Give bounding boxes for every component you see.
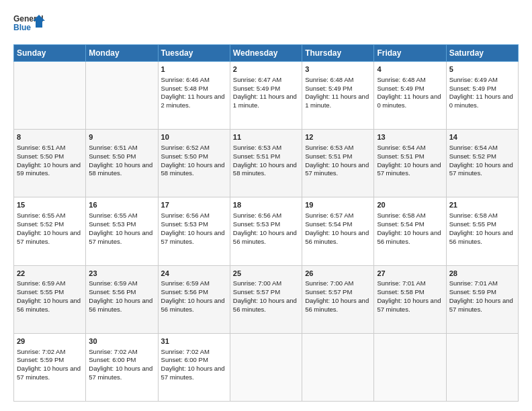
- day-number: 15: [17, 200, 83, 210]
- day-number: 22: [17, 269, 83, 279]
- sunset-text: Sunset: 5:50 PM: [161, 152, 208, 160]
- sunrise-text: Sunrise: 7:02 AM: [89, 348, 137, 355]
- day-number: 13: [377, 132, 443, 142]
- logo: General Blue: [13, 12, 47, 38]
- daylight-text: Daylight: 10 hours and 57 minutes.: [305, 161, 369, 177]
- day-number: 3: [305, 64, 371, 75]
- sunset-text: Sunset: 5:59 PM: [449, 288, 496, 295]
- day-header-tuesday: Tuesday: [158, 45, 230, 62]
- week-row-3: 15Sunrise: 6:55 AMSunset: 5:52 PMDayligh…: [14, 197, 519, 265]
- day-number: 18: [233, 200, 299, 210]
- calendar-cell: 27Sunrise: 7:01 AMSunset: 5:58 PMDayligh…: [374, 265, 446, 333]
- calendar-cell: 11Sunrise: 6:53 AMSunset: 5:51 PMDayligh…: [230, 130, 302, 197]
- day-number: 10: [161, 132, 227, 142]
- calendar-cell: 23Sunrise: 6:59 AMSunset: 5:56 PMDayligh…: [86, 265, 158, 333]
- calendar-cell: 12Sunrise: 6:53 AMSunset: 5:51 PMDayligh…: [302, 130, 374, 197]
- calendar-cell: [302, 333, 374, 401]
- sunset-text: Sunset: 5:57 PM: [233, 288, 280, 295]
- calendar-table: SundayMondayTuesdayWednesdayThursdayFrid…: [13, 44, 519, 402]
- day-number: 24: [161, 269, 227, 279]
- daylight-text: Daylight: 10 hours and 58 minutes.: [233, 161, 297, 177]
- sunset-text: Sunset: 5:48 PM: [161, 85, 208, 92]
- logo-svg: General Blue: [13, 12, 47, 38]
- calendar-cell: [230, 333, 302, 401]
- sunrise-text: Sunrise: 7:01 AM: [449, 279, 498, 287]
- day-number: 16: [89, 200, 154, 210]
- calendar-cell: 17Sunrise: 6:56 AMSunset: 5:53 PMDayligh…: [158, 197, 230, 265]
- calendar-cell: 4Sunrise: 6:48 AMSunset: 5:49 PMDaylight…: [374, 62, 446, 130]
- sunset-text: Sunset: 5:51 PM: [305, 152, 352, 160]
- sunset-text: Sunset: 6:00 PM: [161, 356, 208, 363]
- day-number: 31: [161, 336, 227, 347]
- sunrise-text: Sunrise: 6:48 AM: [377, 76, 425, 83]
- sunrise-text: Sunrise: 6:51 AM: [17, 144, 65, 151]
- calendar-cell: 5Sunrise: 6:49 AMSunset: 5:49 PMDaylight…: [446, 62, 518, 130]
- daylight-text: Daylight: 10 hours and 56 minutes.: [449, 229, 513, 245]
- sunset-text: Sunset: 5:49 PM: [449, 85, 496, 92]
- sunrise-text: Sunrise: 6:57 AM: [305, 212, 353, 219]
- daylight-text: Daylight: 10 hours and 57 minutes.: [449, 297, 513, 313]
- sunset-text: Sunset: 5:56 PM: [89, 288, 136, 295]
- sunrise-text: Sunrise: 7:02 AM: [17, 348, 65, 355]
- sunrise-text: Sunrise: 6:58 AM: [449, 212, 498, 219]
- sunset-text: Sunset: 5:58 PM: [377, 288, 424, 295]
- sunset-text: Sunset: 5:54 PM: [305, 220, 352, 228]
- sunrise-text: Sunrise: 6:56 AM: [233, 212, 281, 219]
- calendar-cell: 10Sunrise: 6:52 AMSunset: 5:50 PMDayligh…: [158, 130, 230, 197]
- calendar-cell: 25Sunrise: 7:00 AMSunset: 5:57 PMDayligh…: [230, 265, 302, 333]
- calendar-cell: 18Sunrise: 6:56 AMSunset: 5:53 PMDayligh…: [230, 197, 302, 265]
- sunrise-text: Sunrise: 6:48 AM: [305, 76, 353, 83]
- daylight-text: Daylight: 10 hours and 57 minutes.: [17, 365, 81, 381]
- sunrise-text: Sunrise: 6:59 AM: [161, 279, 210, 287]
- day-number: 4: [377, 64, 443, 75]
- sunset-text: Sunset: 5:59 PM: [17, 356, 64, 363]
- week-row-4: 22Sunrise: 6:59 AMSunset: 5:55 PMDayligh…: [14, 265, 519, 333]
- day-header-saturday: Saturday: [446, 45, 518, 62]
- calendar-cell: 31Sunrise: 7:02 AMSunset: 6:00 PMDayligh…: [158, 333, 230, 401]
- daylight-text: Daylight: 10 hours and 57 minutes.: [89, 229, 152, 245]
- sunset-text: Sunset: 6:00 PM: [89, 356, 136, 363]
- sunrise-text: Sunrise: 6:51 AM: [89, 144, 137, 151]
- sunrise-text: Sunrise: 6:49 AM: [449, 76, 498, 83]
- calendar-cell: 19Sunrise: 6:57 AMSunset: 5:54 PMDayligh…: [302, 197, 374, 265]
- daylight-text: Daylight: 10 hours and 57 minutes.: [161, 365, 225, 381]
- header: General Blue: [13, 12, 519, 38]
- sunset-text: Sunset: 5:57 PM: [305, 288, 352, 295]
- sunrise-text: Sunrise: 6:54 AM: [449, 144, 498, 151]
- calendar-cell: 26Sunrise: 7:00 AMSunset: 5:57 PMDayligh…: [302, 265, 374, 333]
- day-number: 30: [89, 336, 154, 347]
- sunset-text: Sunset: 5:52 PM: [17, 220, 64, 228]
- day-number: 12: [305, 132, 371, 142]
- calendar-cell: 29Sunrise: 7:02 AMSunset: 5:59 PMDayligh…: [14, 333, 86, 401]
- sunset-text: Sunset: 5:53 PM: [161, 220, 208, 228]
- calendar-cell: 9Sunrise: 6:51 AMSunset: 5:50 PMDaylight…: [86, 130, 158, 197]
- calendar-cell: 28Sunrise: 7:01 AMSunset: 5:59 PMDayligh…: [446, 265, 518, 333]
- calendar-cell: 30Sunrise: 7:02 AMSunset: 6:00 PMDayligh…: [86, 333, 158, 401]
- page: General Blue SundayMondayTuesdayWednesda…: [0, 0, 532, 411]
- sunrise-text: Sunrise: 6:55 AM: [17, 212, 65, 219]
- daylight-text: Daylight: 10 hours and 59 minutes.: [17, 161, 81, 177]
- sunrise-text: Sunrise: 6:59 AM: [17, 279, 65, 287]
- day-number: 20: [377, 200, 443, 210]
- sunset-text: Sunset: 5:51 PM: [233, 152, 280, 160]
- sunset-text: Sunset: 5:53 PM: [233, 220, 280, 228]
- sunrise-text: Sunrise: 7:02 AM: [161, 348, 210, 355]
- sunrise-text: Sunrise: 6:55 AM: [89, 212, 137, 219]
- sunrise-text: Sunrise: 6:58 AM: [377, 212, 425, 219]
- day-number: 25: [233, 269, 299, 279]
- daylight-text: Daylight: 10 hours and 58 minutes.: [89, 161, 152, 177]
- calendar-cell: 3Sunrise: 6:48 AMSunset: 5:49 PMDaylight…: [302, 62, 374, 130]
- sunset-text: Sunset: 5:50 PM: [17, 152, 64, 160]
- calendar-cell: [86, 62, 158, 130]
- calendar-cell: 8Sunrise: 6:51 AMSunset: 5:50 PMDaylight…: [14, 130, 86, 197]
- day-number: 26: [305, 269, 371, 279]
- week-row-2: 8Sunrise: 6:51 AMSunset: 5:50 PMDaylight…: [14, 130, 519, 197]
- daylight-text: Daylight: 10 hours and 56 minutes.: [161, 297, 225, 313]
- day-number: 11: [233, 132, 299, 142]
- daylight-text: Daylight: 11 hours and 0 minutes.: [377, 93, 441, 109]
- calendar-cell: [14, 62, 86, 130]
- sunset-text: Sunset: 5:49 PM: [305, 85, 352, 92]
- sunrise-text: Sunrise: 6:59 AM: [89, 279, 137, 287]
- day-number: 29: [17, 336, 83, 347]
- day-number: 19: [305, 200, 371, 210]
